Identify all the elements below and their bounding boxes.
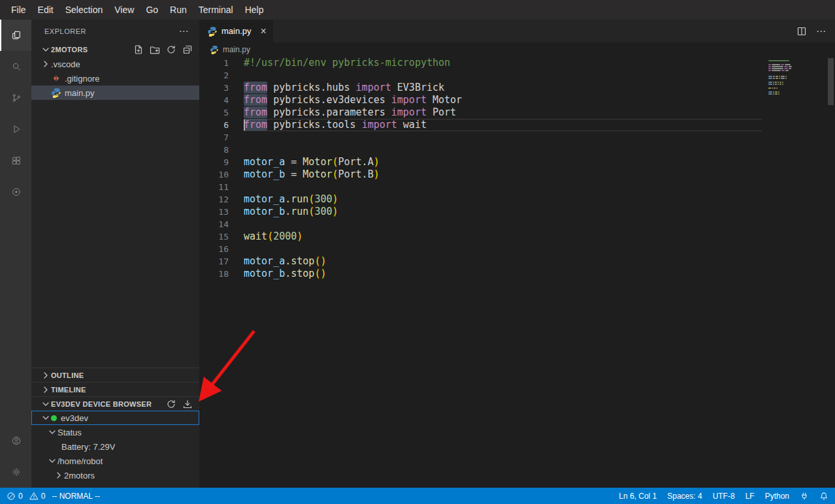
warning-icon <box>29 492 39 501</box>
code-line-4[interactable]: from pybricks.ev3devices import Motor <box>244 94 762 106</box>
device-browser-header[interactable]: EV3DEV DEVICE BROWSER <box>31 396 199 411</box>
more-actions-icon[interactable]: ⋯ <box>816 25 826 37</box>
device-row-battery-7-29v[interactable]: Battery: 7.29V <box>31 439 199 454</box>
chevron-down-icon <box>41 413 51 423</box>
download-icon[interactable] <box>182 399 193 409</box>
python-icon <box>210 45 219 54</box>
activity-search[interactable] <box>0 51 31 82</box>
menu-item-selection[interactable]: Selection <box>59 0 109 20</box>
menu-item-edit[interactable]: Edit <box>32 0 59 20</box>
language-mode[interactable]: Python <box>765 492 789 501</box>
code-line-16[interactable] <box>244 243 762 255</box>
editor-actions: ⋯ <box>796 20 835 42</box>
device-connect[interactable] <box>800 492 809 501</box>
chevron-right-icon <box>41 385 51 395</box>
minimap-line <box>768 84 825 85</box>
code-line-7[interactable] <box>244 131 762 144</box>
code-line-8[interactable] <box>244 144 762 156</box>
code-line-17[interactable]: motor_a.stop() <box>244 255 762 268</box>
sidebar-title: EXPLORER <box>44 27 86 35</box>
section-timeline[interactable]: TIMELINE <box>31 382 199 396</box>
code-line-14[interactable] <box>244 218 762 230</box>
chevron-down-icon <box>41 44 51 55</box>
activity-bar-top <box>0 20 31 208</box>
split-editor-icon[interactable] <box>796 26 807 37</box>
menu-item-go[interactable]: Go <box>140 0 164 20</box>
line-number-4: 4 <box>199 94 229 106</box>
more-actions-icon[interactable]: ⋯ <box>179 25 189 37</box>
menu-item-file[interactable]: File <box>5 0 32 20</box>
scrollbar-thumb[interactable] <box>828 58 834 105</box>
workspace-name: 2MOTORS <box>51 46 88 54</box>
tab-main-py[interactable]: main.py × <box>199 20 273 42</box>
code-line-2[interactable] <box>244 69 762 82</box>
code-line-13[interactable]: motor_b.run(300) <box>244 206 762 218</box>
activity-extensions[interactable] <box>0 145 31 176</box>
file-vscode[interactable]: .vscode <box>31 57 199 71</box>
menu-item-terminal[interactable]: Terminal <box>193 0 239 20</box>
status-bar-left: 00-- NORMAL -- <box>7 492 100 501</box>
menu-item-run[interactable]: Run <box>164 0 193 20</box>
device-row-status[interactable]: Status <box>31 425 199 439</box>
device-row-home-robot[interactable]: /home/robot <box>31 454 199 468</box>
device-tree: ev3devStatusBattery: 7.29V/home/robot2mo… <box>31 411 199 482</box>
minimap-line <box>768 93 825 95</box>
close-icon[interactable]: × <box>261 25 267 37</box>
activity-settings[interactable] <box>0 456 31 488</box>
breadcrumb[interactable]: main.py <box>199 42 835 57</box>
menu-item-help[interactable]: Help <box>239 0 270 20</box>
new-folder-icon[interactable] <box>150 44 160 55</box>
device-row-label: Status <box>57 428 82 437</box>
encoding[interactable]: UTF-8 <box>713 492 735 501</box>
code-line-10[interactable]: motor_b = Motor(Port.B) <box>244 168 762 181</box>
section-outline[interactable]: OUTLINE <box>31 368 199 382</box>
activity-explorer[interactable] <box>0 20 31 51</box>
error-circle-icon <box>7 492 16 501</box>
workbench: EXPLORER ⋯ 2MOTORS .vscode.gitignoremain… <box>0 20 835 488</box>
code-line-1[interactable]: #!/usr/bin/env pybricks-micropython <box>244 57 762 69</box>
new-file-icon[interactable] <box>133 44 144 55</box>
device-row-ev3dev[interactable]: ev3dev <box>31 411 199 425</box>
file-gitignore[interactable]: .gitignore <box>31 71 199 86</box>
indentation[interactable]: Spaces: 4 <box>667 492 702 501</box>
problems-warnings[interactable]: 0 <box>29 492 46 501</box>
minimap-line <box>768 76 825 77</box>
code-line-9[interactable]: motor_a = Motor(Port.A) <box>244 156 762 168</box>
minimap[interactable] <box>768 60 825 95</box>
refresh-icon[interactable] <box>166 44 176 55</box>
code-line-3[interactable]: from pybricks.hubs import EV3Brick <box>244 82 762 94</box>
code-line-5[interactable]: from pybricks.parameters import Port <box>244 106 762 119</box>
code-lines[interactable]: #!/usr/bin/env pybricks-micropythonfrom … <box>244 57 835 488</box>
minimap-line <box>768 72 825 73</box>
collapse-all-icon[interactable] <box>182 44 193 55</box>
problems-errors[interactable]: 0 <box>7 492 23 501</box>
code-line-6[interactable]: from pybricks.tools import wait <box>244 119 762 131</box>
device-browser-title: EV3DEV DEVICE BROWSER <box>51 400 152 408</box>
vim-mode[interactable]: -- NORMAL -- <box>52 492 100 501</box>
menu-item-view[interactable]: View <box>108 0 140 20</box>
code-line-12[interactable]: motor_a.run(300) <box>244 193 762 206</box>
code-line-11[interactable] <box>244 181 762 193</box>
workspace-folder-row[interactable]: 2MOTORS <box>31 42 199 57</box>
device-row-2motors[interactable]: 2motors <box>31 468 199 482</box>
search-icon <box>11 61 22 72</box>
activity-account[interactable] <box>0 425 31 456</box>
activity-source-control[interactable] <box>0 82 31 114</box>
line-number-11: 11 <box>199 181 229 193</box>
file-main-py[interactable]: main.py <box>31 86 199 100</box>
plug-icon <box>800 492 809 501</box>
chevron-right-icon <box>41 370 51 381</box>
file-label: .gitignore <box>65 74 99 84</box>
run-debug-icon <box>11 124 22 134</box>
refresh-icon[interactable] <box>166 399 176 409</box>
eol[interactable]: LF <box>745 492 755 501</box>
code-editor[interactable]: 123456789101112131415161718 #!/usr/bin/e… <box>199 57 835 488</box>
activity-ev3dev-browser[interactable] <box>0 176 31 208</box>
cursor-position[interactable]: Ln 6, Col 1 <box>619 492 657 501</box>
notifications[interactable] <box>819 492 828 501</box>
device-row-label: /home/robot <box>57 456 103 466</box>
code-line-18[interactable]: motor_b.stop() <box>244 268 762 280</box>
code-line-15[interactable]: wait(2000) <box>244 230 762 243</box>
problems-errors-label: 0 <box>18 492 23 501</box>
activity-run-debug[interactable] <box>0 114 31 145</box>
